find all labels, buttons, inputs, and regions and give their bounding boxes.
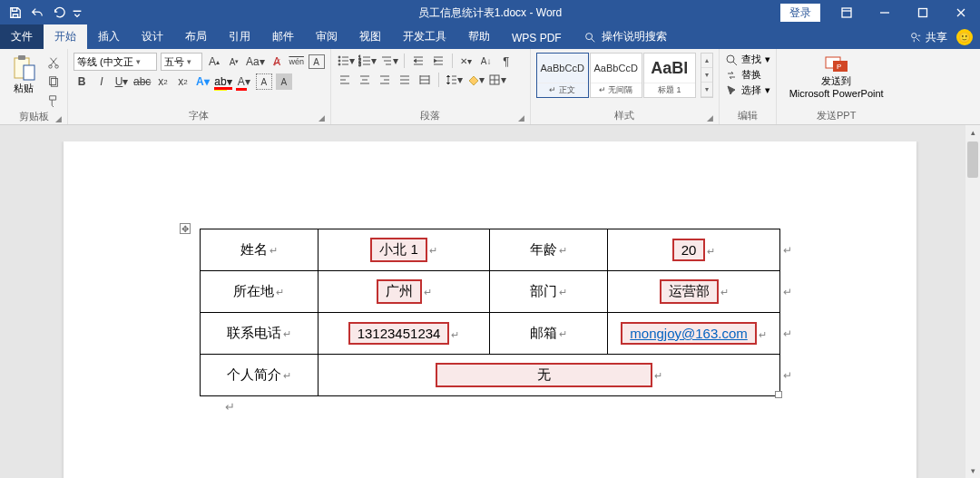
tab-help[interactable]: 帮助 xyxy=(457,24,501,49)
tellme-search[interactable]: 操作说明搜索 xyxy=(573,24,678,49)
table-resize-handle[interactable] xyxy=(775,391,782,398)
svg-point-12 xyxy=(338,60,340,62)
character-shading-button[interactable]: A xyxy=(256,73,272,90)
styles-dialog-launcher[interactable]: ◢ xyxy=(707,113,713,122)
table-row[interactable]: 姓名↵ 小北 1↵ 年龄↵ 20↵↵ xyxy=(201,229,780,271)
tab-mailings[interactable]: 邮件 xyxy=(261,24,305,49)
paragraph-dialog-launcher[interactable]: ◢ xyxy=(518,113,524,122)
tab-design[interactable]: 设计 xyxy=(131,24,174,49)
shrink-font-button[interactable]: A▾ xyxy=(226,54,242,70)
login-button[interactable]: 登录 xyxy=(780,4,820,22)
styles-gallery[interactable]: AaBbCcD↵ 正文 AaBbCcD↵ 无间隔 AaBl标题 1 xyxy=(536,53,696,98)
save-button[interactable] xyxy=(5,3,25,23)
ribbon-display-button[interactable] xyxy=(828,0,866,25)
table-row[interactable]: 个人简介↵ 无↵↵ xyxy=(201,355,780,396)
tab-view[interactable]: 视图 xyxy=(348,24,392,49)
tab-wpspdf[interactable]: WPS PDF xyxy=(501,27,573,49)
increase-indent-button[interactable] xyxy=(430,53,446,69)
select-button[interactable]: 选择 ▾ xyxy=(725,83,770,97)
vertical-scrollbar[interactable]: ▴ ▾ xyxy=(965,125,980,478)
change-case-button[interactable]: Aa▾ xyxy=(246,54,265,70)
text-effects-button[interactable]: A▾ xyxy=(194,73,211,90)
character-border-button[interactable]: A xyxy=(276,73,292,90)
multilevel-button[interactable]: ▾ xyxy=(380,53,398,69)
tab-references[interactable]: 引用 xyxy=(218,24,261,49)
close-button[interactable] xyxy=(942,0,980,25)
sendto-ppt-button[interactable]: P 发送到 Microsoft PowerPoint xyxy=(782,53,891,101)
tab-layout[interactable]: 布局 xyxy=(174,24,218,49)
align-center-button[interactable] xyxy=(357,72,373,88)
cell-value: 小北 1 xyxy=(370,238,427,262)
font-dialog-launcher[interactable]: ◢ xyxy=(318,113,325,122)
find-button[interactable]: 查找 ▾ xyxy=(725,53,770,66)
phonetic-guide-button[interactable]: wén xyxy=(289,54,305,70)
highlight-button[interactable]: ab▾ xyxy=(214,73,231,90)
show-marks-button[interactable]: ¶ xyxy=(498,53,514,69)
scroll-down-button[interactable]: ▾ xyxy=(965,463,980,478)
svg-text:P: P xyxy=(837,63,841,71)
minimize-button[interactable] xyxy=(866,0,904,25)
shading-button[interactable]: ▾ xyxy=(466,72,485,88)
bullets-button[interactable]: ▾ xyxy=(337,53,355,69)
tab-developer[interactable]: 开发工具 xyxy=(392,24,457,49)
tab-insert[interactable]: 插入 xyxy=(87,24,131,49)
italic-button[interactable]: I xyxy=(93,73,110,90)
maximize-button[interactable] xyxy=(904,0,942,25)
feedback-button[interactable]: 🙂 xyxy=(956,29,973,45)
cell-label: 联系电话 xyxy=(227,325,281,340)
tab-review[interactable]: 审阅 xyxy=(305,24,348,49)
decrease-indent-button[interactable] xyxy=(410,53,426,69)
grow-font-button[interactable]: A▴ xyxy=(206,54,222,70)
font-group-label: 字体 xyxy=(189,110,209,121)
enclose-character-button[interactable]: A xyxy=(309,54,325,69)
font-family-combo[interactable]: 等线 (中文正▾ xyxy=(74,53,157,71)
qat-customize-button[interactable] xyxy=(71,3,83,23)
gallery-down-button[interactable]: ▾ xyxy=(701,68,712,83)
table-row[interactable]: 联系电话↵ 13123451234↵ 邮箱↵ mongjoy@163.com↵↵ xyxy=(201,313,780,355)
underline-button[interactable]: U▾ xyxy=(113,73,130,90)
sort-button[interactable]: A↓ xyxy=(478,53,495,69)
document-page[interactable]: ✥ 姓名↵ 小北 1↵ 年龄↵ 20↵↵ 所在地↵ 广州↵ 部门↵ 运营部↵↵ … xyxy=(64,141,916,478)
numbering-button[interactable]: 123▾ xyxy=(358,53,377,69)
line-spacing-button[interactable]: ▾ xyxy=(445,72,463,88)
superscript-button[interactable]: x2 xyxy=(174,73,191,90)
asian-layout-button[interactable]: ✕▾ xyxy=(458,53,475,69)
undo-button[interactable] xyxy=(27,3,47,23)
format-painter-button[interactable] xyxy=(45,93,62,109)
scroll-up-button[interactable]: ▴ xyxy=(965,125,980,140)
copy-button[interactable] xyxy=(45,73,62,90)
table-row[interactable]: 所在地↵ 广州↵ 部门↵ 运营部↵↵ xyxy=(201,271,780,313)
bold-button[interactable]: B xyxy=(74,73,90,90)
cell-label: 姓名 xyxy=(240,241,268,257)
gallery-up-button[interactable]: ▴ xyxy=(701,54,712,68)
justify-button[interactable] xyxy=(397,72,413,88)
table-move-handle[interactable]: ✥ xyxy=(180,223,191,234)
tellme-label: 操作说明搜索 xyxy=(602,29,667,44)
gallery-more-button[interactable]: ▾ xyxy=(701,83,712,97)
tab-file[interactable]: 文件 xyxy=(0,24,44,49)
cell-value: 20 xyxy=(672,239,706,261)
font-size-combo[interactable]: 五号▾ xyxy=(161,53,202,71)
cut-button[interactable] xyxy=(45,54,62,71)
replace-button[interactable]: 替换 xyxy=(725,68,770,82)
tab-home[interactable]: 开始 xyxy=(44,24,87,49)
cell-value-email[interactable]: mongjoy@163.com xyxy=(621,322,756,345)
align-right-button[interactable] xyxy=(377,72,393,88)
styles-gallery-nav[interactable]: ▴▾▾ xyxy=(701,53,713,98)
strikethrough-button[interactable]: abc xyxy=(133,73,151,90)
align-left-button[interactable] xyxy=(337,72,353,88)
font-color-button[interactable]: A▾ xyxy=(236,73,252,90)
employee-table[interactable]: 姓名↵ 小北 1↵ 年龄↵ 20↵↵ 所在地↵ 广州↵ 部门↵ 运营部↵↵ 联系… xyxy=(200,229,780,396)
clipboard-dialog-launcher[interactable]: ◢ xyxy=(55,114,62,123)
style-nospacing[interactable]: AaBbCcD↵ 无间隔 xyxy=(590,53,642,98)
scroll-thumb[interactable] xyxy=(967,141,978,178)
distribute-button[interactable] xyxy=(416,72,433,88)
redo-button[interactable] xyxy=(49,3,69,23)
paste-button[interactable]: 粘贴 xyxy=(5,53,42,97)
style-heading1[interactable]: AaBl标题 1 xyxy=(643,53,696,98)
style-normal[interactable]: AaBbCcD↵ 正文 xyxy=(536,53,589,98)
share-button[interactable]: 共享 xyxy=(909,30,947,45)
subscript-button[interactable]: x2 xyxy=(154,73,171,90)
clear-formatting-button[interactable]: A̷ xyxy=(269,54,285,70)
borders-button[interactable]: ▾ xyxy=(488,72,506,88)
